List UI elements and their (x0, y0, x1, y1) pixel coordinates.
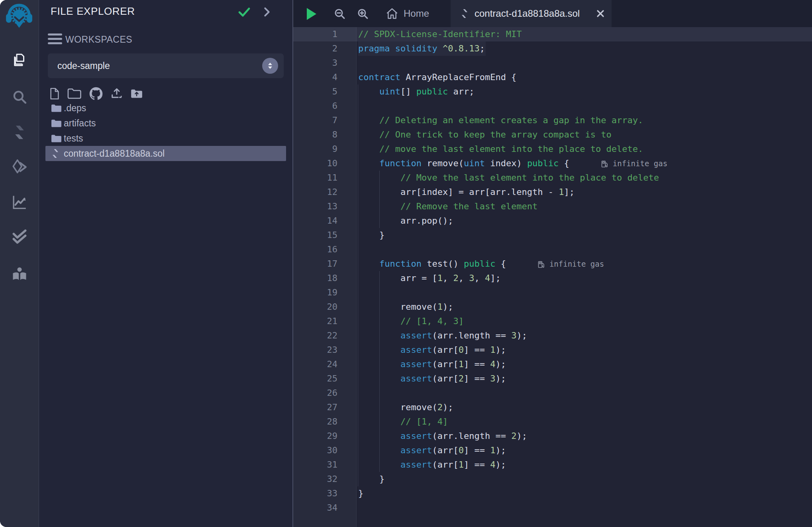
editor-area: Home contract-d1a8818a8a.sol (293, 0, 812, 527)
code-line-8[interactable]: 8 // One trick to keep the array compact… (293, 128, 812, 142)
line-number[interactable]: 24 (293, 357, 337, 372)
sidebar-item-deploy-run[interactable] (0, 154, 39, 180)
tab-contract-file[interactable]: contract-d1a8818a8a.sol (451, 0, 612, 27)
sort-arrows-icon[interactable] (262, 58, 278, 74)
line-number[interactable]: 34 (293, 501, 337, 515)
line-number[interactable]: 17 (293, 257, 337, 271)
line-number[interactable]: 29 (293, 429, 337, 443)
line-number[interactable]: 11 (293, 171, 337, 185)
code-line-6[interactable]: 6 (293, 99, 812, 113)
zoom-in-icon[interactable] (356, 7, 369, 22)
line-number[interactable]: 32 (293, 472, 337, 486)
code-line-7[interactable]: 7 // Deleting an element creates a gap i… (293, 113, 812, 128)
code-line-4[interactable]: 4contract ArrayReplaceFromEnd { (293, 70, 812, 85)
line-number[interactable]: 28 (293, 415, 337, 429)
line-number[interactable]: 18 (293, 271, 337, 285)
line-number[interactable]: 4 (293, 70, 337, 85)
code-line-5[interactable]: 5 uint[] public arr; (293, 85, 812, 99)
code-line-22[interactable]: 22 assert(arr.length == 3); (293, 328, 812, 343)
tree-item-tests[interactable]: tests (39, 131, 292, 146)
close-icon[interactable] (596, 9, 605, 18)
line-number[interactable]: 30 (293, 443, 337, 458)
line-number[interactable]: 6 (293, 99, 337, 113)
code-line-21[interactable]: 21 // [1, 4, 3] (293, 314, 812, 328)
line-number[interactable]: 5 (293, 85, 337, 99)
line-number[interactable]: 13 (293, 199, 337, 214)
code-line-30[interactable]: 30 assert(arr[0] == 1); (293, 443, 812, 458)
code-line-16[interactable]: 16 (293, 242, 812, 257)
code-line-10[interactable]: 10 function remove(uint index) public {i… (293, 156, 812, 171)
check-icon[interactable] (237, 5, 251, 20)
code-line-23[interactable]: 23 assert(arr[0] == 1); (293, 343, 812, 357)
line-number[interactable]: 21 (293, 314, 337, 328)
line-number[interactable]: 14 (293, 214, 337, 228)
upload-file-icon[interactable] (110, 87, 123, 100)
line-number[interactable]: 23 (293, 343, 337, 357)
home-icon (386, 7, 398, 20)
sidebar-item-learneth[interactable] (0, 262, 39, 287)
workspaces-menu-icon[interactable] (48, 33, 62, 45)
code-line-29[interactable]: 29 assert(arr.length == 2); (293, 429, 812, 443)
sidebar-item-solidity-compiler[interactable] (0, 120, 39, 145)
code-line-12[interactable]: 12 arr[index] = arr[arr.length - 1]; (293, 185, 812, 199)
tree-item-contract-d1a8818a8a.sol[interactable]: contract-d1a8818a8a.sol (45, 146, 286, 161)
tab-home[interactable]: Home (380, 0, 435, 27)
line-number[interactable]: 2 (293, 41, 337, 56)
line-number[interactable]: 20 (293, 300, 337, 314)
chevron-right-icon[interactable] (261, 6, 273, 20)
code-line-1[interactable]: 1// SPDX-License-Identifier: MIT (293, 27, 812, 41)
code-line-2[interactable]: 2pragma solidity ^0.8.13; (293, 41, 812, 56)
line-number[interactable]: 9 (293, 142, 337, 156)
code-line-13[interactable]: 13 // Remove the last element (293, 199, 812, 214)
code-line-3[interactable]: 3 (293, 56, 812, 70)
code-line-27[interactable]: 27 remove(2); (293, 400, 812, 415)
tree-item-.deps[interactable]: .deps (39, 100, 292, 116)
code-line-9[interactable]: 9 // move the last element into the plac… (293, 142, 812, 156)
code-line-19[interactable]: 19 (293, 285, 812, 300)
search-icon (11, 88, 28, 105)
line-number[interactable]: 3 (293, 56, 337, 70)
code-line-34[interactable]: 34 (293, 501, 812, 515)
line-number[interactable]: 8 (293, 128, 337, 142)
line-number[interactable]: 16 (293, 242, 337, 257)
line-number[interactable]: 22 (293, 328, 337, 343)
code-line-11[interactable]: 11 // Move the last element into the pla… (293, 171, 812, 185)
line-number[interactable]: 19 (293, 285, 337, 300)
code-line-33[interactable]: 33} (293, 486, 812, 501)
github-clone-icon[interactable] (89, 87, 103, 100)
code-line-15[interactable]: 15 } (293, 228, 812, 242)
remix-logo-icon[interactable] (6, 3, 33, 30)
code-editor[interactable]: 1// SPDX-License-Identifier: MIT2pragma … (293, 27, 812, 527)
code-line-26[interactable]: 26 (293, 386, 812, 400)
code-line-20[interactable]: 20 remove(1); (293, 300, 812, 314)
line-number[interactable]: 33 (293, 486, 337, 501)
code-line-32[interactable]: 32 } (293, 472, 812, 486)
code-line-14[interactable]: 14 arr.pop(); (293, 214, 812, 228)
line-number[interactable]: 12 (293, 185, 337, 199)
code-line-31[interactable]: 31 assert(arr[1] == 4); (293, 458, 812, 472)
line-number[interactable]: 31 (293, 458, 337, 472)
line-number[interactable]: 7 (293, 113, 337, 128)
sidebar-item-unit-testing[interactable] (0, 224, 39, 250)
zoom-out-icon[interactable] (333, 7, 346, 22)
code-line-17[interactable]: 17 function test() public {infinite gas (293, 257, 812, 271)
sidebar-item-search[interactable] (0, 84, 39, 110)
line-number[interactable]: 26 (293, 386, 337, 400)
new-file-icon[interactable] (49, 88, 60, 100)
code-line-18[interactable]: 18 arr = [1, 2, 3, 4]; (293, 271, 812, 285)
run-script-play-icon[interactable] (306, 8, 317, 22)
tree-item-artifacts[interactable]: artifacts (39, 116, 292, 131)
sidebar-item-static-analysis[interactable] (0, 189, 39, 215)
line-number[interactable]: 27 (293, 400, 337, 415)
line-number[interactable]: 1 (293, 27, 337, 41)
code-line-25[interactable]: 25 assert(arr[2] == 3); (293, 372, 812, 386)
sidebar-item-file-explorer[interactable] (0, 48, 39, 73)
code-line-28[interactable]: 28 // [1, 4] (293, 415, 812, 429)
upload-folder-icon[interactable] (131, 88, 143, 99)
line-number[interactable]: 25 (293, 372, 337, 386)
workspace-select[interactable]: code-sample (48, 53, 284, 78)
line-number[interactable]: 15 (293, 228, 337, 242)
line-number[interactable]: 10 (293, 156, 337, 171)
code-line-24[interactable]: 24 assert(arr[1] == 4); (293, 357, 812, 372)
new-folder-icon[interactable] (67, 88, 82, 100)
